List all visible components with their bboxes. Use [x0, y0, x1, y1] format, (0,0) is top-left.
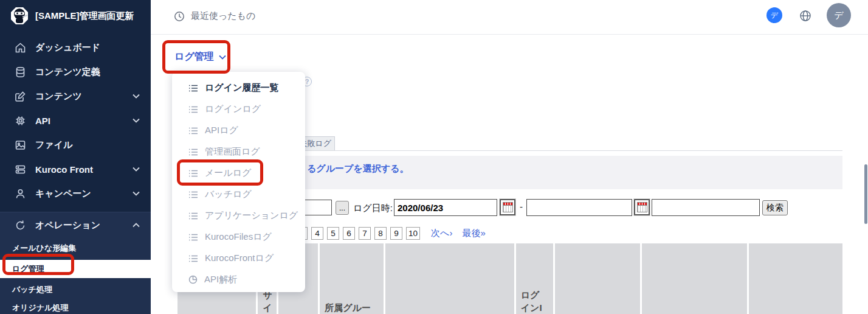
topbar: 最近使ったもの デ デ: [151, 0, 868, 35]
list-icon: [188, 84, 198, 92]
user-icon: [15, 188, 26, 200]
clock-icon: [174, 11, 185, 22]
sidebar-subitem-log-management[interactable]: ログ管理: [0, 260, 151, 278]
menu-item-api-analysis[interactable]: API解析: [172, 269, 305, 290]
column-header-login-id[interactable]: ログインID: [516, 243, 553, 314]
chevron-down-icon: [133, 167, 140, 172]
keyword-input[interactable]: [652, 199, 760, 216]
ninja-logo-icon: [10, 6, 29, 26]
home-icon: [15, 42, 26, 54]
menu-item-label: ログイン履歴一覧: [205, 82, 278, 94]
calendar-button-from[interactable]: [500, 199, 515, 215]
list-icon: [188, 127, 198, 135]
sidebar-scrollbar[interactable]: [864, 164, 867, 224]
menu-item-label: ログインログ: [205, 103, 261, 115]
menu-item-kurocofront-log[interactable]: KurocoFrontログ: [172, 248, 305, 269]
select-group-link-label: るグループを選択する。: [307, 163, 408, 173]
list-icon: [188, 254, 198, 263]
menu-item-label: 管理画面ログ: [205, 146, 260, 158]
subitem-label: バッチ処理: [12, 284, 52, 295]
list-icon: [188, 212, 198, 220]
sidebar-subitem-mail-template[interactable]: メールひな形編集: [0, 239, 151, 257]
globe-icon: [799, 10, 811, 22]
log-datetime-label: ログ日時:: [353, 203, 393, 214]
sidebar-item-label: キャンペーン: [35, 188, 123, 200]
chevron-down-icon: [133, 94, 140, 99]
image-icon: [15, 139, 26, 151]
next-page-link[interactable]: 次へ›: [431, 228, 452, 239]
page-button-8[interactable]: 8: [374, 227, 387, 240]
sidebar-item-label: ファイル: [35, 139, 140, 151]
calendar-button-to[interactable]: [634, 199, 650, 215]
breadcrumb-log-management[interactable]: ログ管理: [174, 51, 226, 63]
recent-used[interactable]: 最近使ったもの: [174, 10, 255, 22]
sidebar-item-operation[interactable]: オペレーション: [0, 212, 151, 238]
language-badge-text: デ: [771, 10, 778, 21]
database-icon: [15, 66, 26, 78]
column-header-email[interactable]: E-mail: [385, 243, 514, 314]
sidebar: [SAMPLE]管理画面更新 ダッシュボード コンテンツ定義 コンテンツ API…: [0, 0, 151, 314]
list-icon: [188, 233, 198, 242]
menu-item-label: メールログ: [205, 167, 251, 179]
avatar[interactable]: デ: [827, 3, 851, 27]
sidebar-item-label: コンテンツ定義: [35, 66, 140, 78]
last-page-link[interactable]: 最後»: [462, 228, 485, 239]
pie-icon: [188, 275, 198, 284]
menu-item-application-log[interactable]: アプリケーションログ: [172, 205, 305, 226]
chevron-down-icon: [133, 118, 140, 123]
chevron-down-icon: [133, 191, 140, 196]
sidebar-item-campaign[interactable]: キャンペーン: [0, 181, 151, 206]
sidebar-item-label: オペレーション: [35, 220, 123, 231]
menu-item-admin-log[interactable]: 管理画面ログ: [172, 141, 305, 162]
menu-item-label: KurocoFilesログ: [205, 231, 272, 243]
page-button-4[interactable]: 4: [311, 227, 323, 240]
sidebar-item-dashboard[interactable]: ダッシュボード: [0, 35, 151, 60]
menu-item-mail-log[interactable]: メールログ: [172, 162, 305, 184]
column-header-referrer[interactable]: 遷移元: [749, 243, 842, 314]
operation-section: オペレーション メールひな形編集 ログ管理 バッチ処理 オリジナル処理: [0, 212, 151, 314]
subitem-label: ログ管理: [12, 263, 44, 274]
subitem-label: メールひな形編集: [12, 243, 76, 254]
more-button[interactable]: ...: [336, 201, 349, 215]
breadcrumb-label: ログ管理: [174, 51, 214, 63]
column-header-browser-os[interactable]: ブラウザ・OS情報: [642, 243, 747, 314]
sidebar-item-content[interactable]: コンテンツ: [0, 84, 151, 108]
select-group-link[interactable]: るグループを選択する。: [307, 163, 408, 175]
sidebar-item-label: API: [35, 116, 123, 126]
menu-item-batch-log[interactable]: バッチログ: [172, 184, 305, 205]
sidebar-item-kuroco-front[interactable]: Kuroco Front: [0, 157, 151, 181]
menu-item-login-log[interactable]: ログインログ: [172, 99, 305, 120]
sync-icon: [15, 220, 26, 231]
recent-used-label: 最近使ったもの: [191, 10, 255, 22]
column-header-ip-address[interactable]: IPアドレス: [555, 243, 640, 314]
menu-item-login-history[interactable]: ログイン履歴一覧: [172, 77, 305, 99]
page-button-7[interactable]: 7: [359, 227, 371, 240]
page-button-6[interactable]: 6: [343, 227, 355, 240]
search-button[interactable]: 検索: [762, 200, 788, 215]
pagination: 3 4 5 6 7 8 9 10 次へ› 最後»: [295, 227, 486, 240]
chip-icon: [15, 115, 26, 127]
column-header-group[interactable]: 所属グループ: [320, 243, 384, 314]
menu-item-api-log[interactable]: APIログ: [172, 120, 305, 141]
list-icon: [188, 105, 198, 114]
menu-item-kurocofiles-log[interactable]: KurocoFilesログ: [172, 226, 305, 248]
log-date-from-input[interactable]: [394, 199, 497, 216]
sidebar-subitem-batch[interactable]: バッチ処理: [0, 281, 151, 299]
list-icon: [188, 190, 198, 199]
globe-button[interactable]: [799, 10, 811, 24]
chevron-down-icon: [219, 55, 226, 60]
page-button-9[interactable]: 9: [390, 227, 402, 240]
server-icon: [15, 164, 26, 175]
sidebar-subitem-original[interactable]: オリジナル処理: [0, 299, 151, 314]
page-button-10[interactable]: 10: [406, 227, 420, 240]
menu-item-label: API解析: [204, 274, 237, 285]
logo-row[interactable]: [SAMPLE]管理画面更新: [0, 0, 151, 30]
sidebar-item-file[interactable]: ファイル: [0, 133, 151, 157]
log-date-to-input[interactable]: [526, 199, 632, 216]
list-icon: [188, 148, 198, 156]
page-button-5[interactable]: 5: [327, 227, 339, 240]
sidebar-item-api[interactable]: API: [0, 108, 151, 133]
sidebar-item-content-definition[interactable]: コンテンツ定義: [0, 60, 151, 84]
avatar-text: デ: [834, 10, 843, 21]
language-badge[interactable]: デ: [766, 7, 782, 23]
